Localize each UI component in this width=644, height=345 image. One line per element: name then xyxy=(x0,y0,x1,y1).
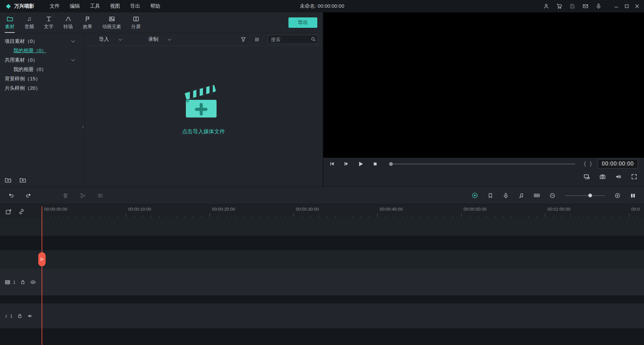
timeline-row[interactable] xyxy=(0,328,644,345)
transport-controls: { } 00:00:00:00 xyxy=(323,158,644,170)
chevron-down-icon xyxy=(119,37,122,41)
preview-panel: { } 00:00:00:00 xyxy=(323,12,644,187)
seek-handle[interactable] xyxy=(389,162,393,166)
fit-timeline-icon[interactable] xyxy=(534,192,540,199)
menu-export[interactable]: 导出 xyxy=(130,3,140,9)
import-dropdown[interactable]: 导入 xyxy=(99,36,121,43)
menu-help[interactable]: 帮助 xyxy=(150,3,160,9)
sidebar-item-background-samples[interactable]: 背景样例（15） xyxy=(0,74,84,83)
menu-tools[interactable]: 工具 xyxy=(90,3,100,9)
ruler-label: 00:00:00:00 xyxy=(44,207,67,212)
mark-out-icon[interactable]: } xyxy=(590,161,592,167)
delete-icon[interactable] xyxy=(62,193,68,199)
close-icon[interactable] xyxy=(635,4,639,8)
tab-split-screen[interactable]: 分屏 xyxy=(126,12,146,33)
sidebar-item-shared-media[interactable]: 共用素材（0） xyxy=(0,55,84,65)
stop-icon[interactable] xyxy=(373,161,378,166)
tab-transitions[interactable]: 转场 xyxy=(58,12,78,33)
menu-view[interactable]: 视图 xyxy=(110,3,120,9)
playhead[interactable] xyxy=(42,206,42,345)
seek-bar[interactable] xyxy=(390,163,575,164)
timeline-row[interactable] xyxy=(0,250,644,269)
zoom-in-icon[interactable] xyxy=(614,193,621,199)
tab-elements[interactable]: 动画元素 xyxy=(97,12,126,33)
preview-tools xyxy=(323,170,644,183)
import-media-dropzone[interactable]: 点击导入媒体文件 xyxy=(84,46,323,187)
sidebar-item-project-media[interactable]: 项目素材（0） xyxy=(0,37,84,46)
timeline-row[interactable] xyxy=(0,295,644,303)
menu-file[interactable]: 文件 xyxy=(50,3,60,9)
lock-track-icon[interactable] xyxy=(17,313,22,319)
add-folder-icon[interactable] xyxy=(5,177,11,183)
marker-icon[interactable] xyxy=(487,193,493,199)
video-viewport[interactable] xyxy=(323,12,644,158)
chevron-down-icon[interactable] xyxy=(71,39,75,42)
media-library-panel: 素材 ♫ 音频 文字 转场 效果 xyxy=(0,12,323,187)
mic-icon[interactable] xyxy=(596,3,601,9)
tab-effects[interactable]: 效果 xyxy=(78,12,97,33)
tab-media[interactable]: 素材 xyxy=(0,12,19,33)
playhead-split-handle[interactable] xyxy=(38,252,46,266)
sidebar-item-my-album[interactable]: 我的相册（0） xyxy=(0,46,84,55)
mute-track-icon[interactable] xyxy=(27,313,33,319)
collapse-sidebar-icon[interactable]: ‹ xyxy=(82,124,84,129)
timeline-row[interactable] xyxy=(0,236,644,250)
timeline-zoom-slider[interactable] xyxy=(565,195,605,196)
menu-bar: 文件 编辑 工具 视图 导出 帮助 xyxy=(50,3,160,9)
link-clips-icon[interactable] xyxy=(18,208,25,215)
render-preview-icon[interactable] xyxy=(472,192,478,199)
library-header: 导入 录制 xyxy=(84,33,323,46)
filter-icon[interactable] xyxy=(240,37,246,42)
sidebar-item-my-album-shared[interactable]: 我的相册（0） xyxy=(0,65,84,74)
zoom-out-icon[interactable] xyxy=(549,193,555,199)
export-button[interactable]: 导出 xyxy=(288,17,317,28)
previous-frame-icon[interactable] xyxy=(329,161,335,166)
split-scissors-icon[interactable] xyxy=(80,193,86,199)
record-dropdown[interactable]: 录制 xyxy=(148,36,171,43)
zoom-slider-handle[interactable] xyxy=(588,194,592,197)
project-title: 未命名: 00:00:00:00 xyxy=(300,0,344,12)
import-label: 导入 xyxy=(99,36,109,43)
text-icon xyxy=(46,16,52,22)
redo-icon[interactable] xyxy=(25,193,32,199)
current-timecode: 00:00:00:00 xyxy=(598,159,638,168)
maximize-icon[interactable] xyxy=(625,4,629,8)
save-icon[interactable] xyxy=(570,3,575,9)
chevron-down-icon[interactable] xyxy=(71,57,75,61)
tab-audio[interactable]: ♫ 音频 xyxy=(19,12,39,33)
undo-icon[interactable] xyxy=(8,193,14,199)
tab-text[interactable]: 文字 xyxy=(39,12,58,33)
menu-edit[interactable]: 编辑 xyxy=(70,3,80,9)
mail-icon[interactable] xyxy=(583,3,588,9)
next-frame-icon[interactable] xyxy=(343,161,349,166)
fullscreen-icon[interactable] xyxy=(631,174,637,180)
video-track-lane[interactable] xyxy=(0,269,644,295)
snapshot-camera-icon[interactable] xyxy=(599,174,606,180)
search-icon[interactable] xyxy=(311,37,316,42)
add-to-timeline-icon[interactable] xyxy=(5,208,12,215)
display-settings-icon[interactable] xyxy=(584,174,590,180)
voiceover-mic-icon[interactable] xyxy=(503,193,509,199)
volume-icon[interactable] xyxy=(615,174,622,180)
minimize-icon[interactable] xyxy=(614,4,619,8)
play-icon[interactable] xyxy=(358,161,364,167)
sidebar-item-label: 背景样例（15） xyxy=(5,76,41,82)
delete-folder-icon[interactable] xyxy=(19,177,26,183)
store-cart-icon[interactable] xyxy=(556,3,562,9)
sidebar-item-intro-samples[interactable]: 片头样例（20） xyxy=(0,83,84,93)
timeline-row[interactable] xyxy=(0,218,644,236)
mark-in-icon[interactable]: { xyxy=(584,161,586,167)
ruler-label: 00:00:10:00 xyxy=(128,207,151,212)
tab-label: 音频 xyxy=(24,24,34,30)
clapperboard-import-icon xyxy=(183,84,224,120)
toggle-visibility-icon[interactable] xyxy=(30,279,36,285)
search-box xyxy=(268,35,318,44)
adjust-sliders-icon[interactable] xyxy=(97,193,103,199)
track-manager-icon[interactable] xyxy=(630,193,636,199)
grid-view-icon[interactable] xyxy=(254,37,260,42)
account-icon[interactable] xyxy=(543,3,549,9)
empty-library-hint: 点击导入媒体文件 xyxy=(182,128,225,135)
audio-mixer-icon[interactable] xyxy=(518,193,524,199)
audio-track-lane[interactable] xyxy=(0,303,644,328)
lock-track-icon[interactable] xyxy=(20,279,25,285)
